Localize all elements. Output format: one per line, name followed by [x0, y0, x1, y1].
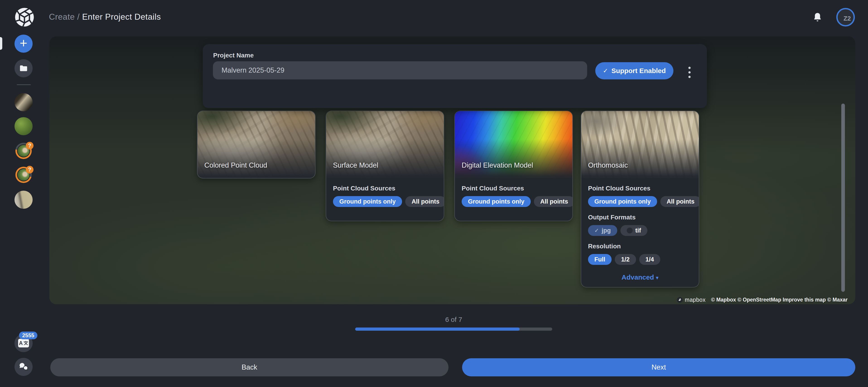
map-vertical-scrollbar[interactable] [841, 104, 845, 292]
wizard-progress-bar [355, 327, 552, 331]
notifications-bell-icon[interactable] [812, 11, 823, 23]
advanced-toggle[interactable]: Advanced▾ [588, 274, 692, 281]
surface-model-thumbnail: Surface Model [326, 111, 444, 178]
aperture-cube-icon [14, 7, 34, 27]
sidebar-project-thumbnail-2[interactable] [14, 117, 33, 135]
card-title: Orthomosaic [588, 161, 628, 169]
translate-icon: A [18, 339, 29, 347]
dem-thumbnail: Digital Elevation Model [455, 111, 572, 178]
ground-points-only-pill[interactable]: Ground points only [333, 196, 402, 207]
attribution-text[interactable]: © Mapbox © OpenStreetMap Improve this ma… [711, 297, 847, 303]
step-indicator: 6 of 7 [355, 316, 552, 323]
output-formats-label: Output Formats [588, 214, 692, 221]
wizard-progress-fill [355, 327, 520, 331]
all-points-pill[interactable]: All points [405, 196, 444, 207]
map-canvas[interactable]: Project Name ✓ Support Enabled Colored P… [50, 36, 855, 304]
projects-folder-button[interactable] [14, 59, 33, 77]
breadcrumb-section[interactable]: Create / [49, 12, 80, 22]
all-points-pill[interactable]: All points [534, 196, 573, 207]
format-jpg-toggle[interactable]: ✓ jpg [588, 225, 617, 236]
resolution-full-pill[interactable]: Full [588, 254, 612, 265]
next-button[interactable]: Next [462, 358, 855, 376]
card-digital-elevation-model[interactable]: Digital Elevation Model Point Cloud Sour… [455, 111, 573, 221]
support-enabled-label: Support Enabled [611, 67, 666, 75]
app: Create / Enter Project Details Z2 + ? ? … [0, 0, 868, 387]
caret-down-icon: ▾ [656, 275, 658, 281]
sidebar-project-thumbnail-1[interactable] [14, 93, 33, 111]
card-title: Digital Elevation Model [462, 161, 533, 169]
app-logo[interactable] [14, 7, 34, 27]
avatar-initials: Z2 [843, 15, 851, 22]
overflow-menu-button[interactable] [688, 67, 691, 80]
breadcrumb: Create / Enter Project Details [49, 12, 161, 22]
point-cloud-sources-label: Point Cloud Sources [333, 185, 437, 192]
project-name-label: Project Name [213, 52, 254, 59]
ground-points-only-pill[interactable]: Ground points only [462, 196, 531, 207]
format-tif-toggle[interactable]: tif [620, 225, 647, 236]
support-enabled-button[interactable]: ✓ Support Enabled [595, 62, 674, 79]
resolution-half-pill[interactable]: 1/2 [615, 254, 636, 265]
translate-count-badge: 2555 [19, 331, 37, 339]
back-button[interactable]: Back [50, 358, 448, 376]
plus-icon: + [20, 36, 27, 49]
sidebar-project-thumbnail-3[interactable] [14, 191, 33, 209]
resolution-quarter-pill[interactable]: 1/4 [639, 254, 660, 265]
orthomosaic-thumbnail: Orthomosaic [581, 111, 699, 178]
card-title: Surface Model [333, 161, 378, 169]
card-title: Colored Point Cloud [204, 161, 267, 169]
check-icon: ✓ [594, 227, 599, 234]
question-badge: ? [26, 142, 33, 149]
create-project-button[interactable]: + [14, 35, 33, 53]
project-name-input[interactable] [213, 61, 587, 79]
mapbox-icon [677, 297, 683, 303]
resolution-label: Resolution [588, 243, 692, 250]
question-badge: ? [26, 166, 33, 174]
unchecked-circle-icon [627, 227, 633, 234]
map-attribution: mapbox © Mapbox © OpenStreetMap Improve … [677, 296, 847, 303]
point-cloud-sources-label: Point Cloud Sources [588, 185, 692, 192]
sidebar-divider [17, 84, 31, 85]
page-title: Enter Project Details [82, 12, 161, 22]
card-orthomosaic[interactable]: Orthomosaic Point Cloud Sources Ground p… [581, 111, 699, 287]
ground-points-only-pill[interactable]: Ground points only [588, 196, 657, 207]
user-avatar[interactable]: Z2 [836, 8, 855, 27]
point-cloud-sources-label: Point Cloud Sources [462, 185, 566, 192]
mapbox-logo[interactable]: mapbox [677, 296, 706, 303]
chat-support-button[interactable] [14, 358, 33, 376]
project-details-panel: Project Name ✓ Support Enabled [203, 44, 707, 108]
check-icon: ✓ [603, 67, 608, 74]
card-surface-model[interactable]: Surface Model Point Cloud Sources Ground… [326, 111, 444, 221]
folder-icon [19, 64, 28, 73]
colored-point-cloud-thumbnail: Colored Point Cloud [197, 111, 315, 178]
sidebar-active-indicator [0, 37, 2, 50]
all-points-pill[interactable]: All points [660, 196, 699, 207]
card-colored-point-cloud[interactable]: Colored Point Cloud [197, 111, 315, 178]
sidebar-project-processing-2[interactable]: ? [16, 167, 32, 183]
chat-bubbles-icon [18, 362, 29, 372]
sidebar-project-processing-1[interactable]: ? [16, 143, 32, 159]
